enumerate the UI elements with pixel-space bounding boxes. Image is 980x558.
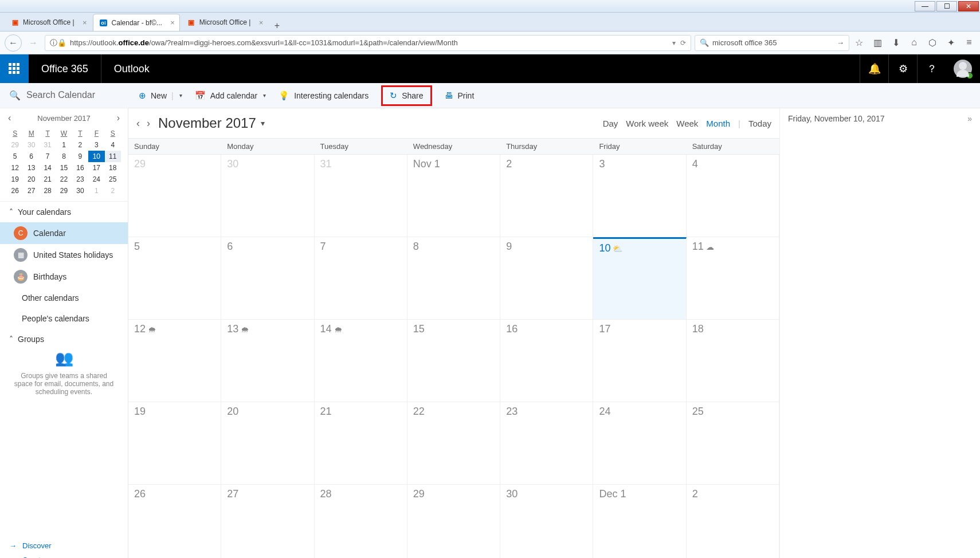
day-cell[interactable]: 2	[500, 155, 593, 237]
app-launcher-button[interactable]	[0, 54, 29, 83]
o365-brand[interactable]: Office 365	[29, 54, 101, 83]
browser-search-box[interactable]: 🔍 microsoft office 365 →	[695, 35, 849, 51]
day-cell[interactable]: 15	[407, 320, 500, 402]
expand-icon[interactable]: »	[967, 114, 972, 123]
day-cell[interactable]: 23	[500, 402, 593, 485]
day-cell[interactable]: 28	[315, 485, 407, 558]
calendar-item[interactable]: CCalendar	[0, 222, 128, 244]
mini-day[interactable]: 14	[40, 162, 56, 174]
add-calendar-button[interactable]: 📅 Add calendar ▾	[195, 91, 266, 101]
home-icon[interactable]: ⌂	[908, 37, 920, 48]
chevron-down-icon[interactable]: ▾	[263, 92, 266, 99]
day-cell[interactable]: 24	[593, 402, 686, 485]
view-month[interactable]: Month	[706, 119, 730, 128]
browser-tab[interactable]: o⁝Calendar - bf©...×	[93, 14, 180, 31]
mini-day[interactable]: 2	[72, 139, 88, 151]
library-icon[interactable]: ▥	[871, 37, 884, 48]
new-tab-button[interactable]: +	[269, 21, 285, 31]
mini-day[interactable]: 4	[105, 139, 121, 151]
view-today[interactable]: Today	[748, 119, 771, 128]
menu-icon[interactable]: ≡	[963, 37, 975, 48]
mini-day[interactable]: 12	[7, 162, 23, 174]
day-cell[interactable]: Dec 1	[593, 485, 686, 558]
chevron-down-icon[interactable]: ▾	[261, 119, 265, 128]
calendar-title[interactable]: November 2017▾	[158, 115, 265, 131]
bookmark-star-icon[interactable]: ☆	[853, 37, 865, 48]
notifications-icon[interactable]: 🔔	[860, 54, 888, 83]
day-cell[interactable]: 20	[221, 402, 314, 485]
prev-month-button[interactable]: ‹	[136, 117, 140, 129]
mini-day[interactable]: 3	[88, 139, 104, 151]
day-cell[interactable]: 30	[221, 155, 314, 237]
day-cell[interactable]: Nov 1	[407, 155, 500, 237]
browser-tab[interactable]: ▣Microsoft Office |×	[181, 14, 268, 31]
day-cell[interactable]: 4	[687, 155, 779, 237]
calendar-item[interactable]: 🎂Birthdays	[0, 266, 128, 288]
reload-icon[interactable]: ⟳	[680, 39, 686, 47]
help-icon[interactable]: ？	[917, 54, 946, 83]
day-cell[interactable]: 14🌧	[315, 320, 407, 402]
mini-day[interactable]: 9	[72, 151, 88, 162]
mini-day[interactable]: 29	[7, 139, 23, 151]
mini-calendar-title[interactable]: November 2017	[37, 114, 91, 123]
mini-day[interactable]: 16	[72, 162, 88, 174]
mini-day[interactable]: 30	[23, 139, 39, 151]
share-button[interactable]: ↻ Share	[381, 85, 432, 106]
discover-link[interactable]: →Discover	[0, 539, 128, 552]
view-day[interactable]: Day	[603, 119, 618, 128]
mini-day[interactable]: 18	[105, 162, 121, 174]
mini-day[interactable]: 26	[7, 185, 23, 197]
day-cell[interactable]: 3	[593, 155, 686, 237]
nav-back-button[interactable]: ←	[5, 34, 22, 52]
day-cell[interactable]: 18	[687, 320, 779, 402]
mini-day[interactable]: 21	[40, 174, 56, 185]
mini-day[interactable]: 30	[72, 185, 88, 197]
day-cell[interactable]: 22	[407, 402, 500, 485]
mini-day[interactable]: 25	[105, 174, 121, 185]
mini-day[interactable]: 22	[56, 174, 72, 185]
day-cell[interactable]: 29	[128, 155, 221, 237]
mini-day[interactable]: 15	[56, 162, 72, 174]
calendar-item[interactable]: ▦United States holidays	[0, 244, 128, 266]
day-cell[interactable]: 29	[407, 485, 500, 558]
create-link[interactable]: ＋Create	[0, 552, 128, 558]
print-button[interactable]: 🖶 Print	[445, 91, 475, 100]
day-cell[interactable]: 6	[221, 237, 314, 320]
day-cell[interactable]: 19	[128, 402, 221, 485]
url-bar[interactable]: ⓘ 🔒 https://outlook.office.de/owa/?realm…	[45, 35, 691, 51]
mini-day[interactable]: 7	[40, 151, 56, 162]
search-calendar-input[interactable]: 🔍 Search Calendar	[0, 83, 128, 108]
day-cell[interactable]: 27	[221, 485, 314, 558]
day-cell[interactable]: 2	[687, 485, 779, 558]
day-cell[interactable]: 21	[315, 402, 407, 485]
tab-close-icon[interactable]: ×	[83, 18, 87, 27]
day-cell[interactable]: 7	[315, 237, 407, 320]
tab-close-icon[interactable]: ×	[170, 18, 175, 27]
view-work-week[interactable]: Work week	[626, 119, 668, 128]
browser-tab[interactable]: ▣Microsoft Office |×	[5, 14, 92, 31]
mini-day[interactable]: 31	[40, 139, 56, 151]
nav-forward-button[interactable]: →	[25, 35, 41, 51]
window-close-button[interactable]: ✕	[958, 1, 979, 11]
mini-day[interactable]: 13	[23, 162, 39, 174]
dropdown-icon[interactable]: ▾	[672, 39, 676, 47]
mini-day[interactable]: 23	[72, 174, 88, 185]
mini-day[interactable]: 1	[88, 185, 104, 197]
view-week[interactable]: Week	[676, 119, 698, 128]
day-cell[interactable]: 12🌧	[128, 320, 221, 402]
mini-day[interactable]: 29	[56, 185, 72, 197]
day-cell[interactable]: 10⛅	[593, 237, 686, 320]
tab-close-icon[interactable]: ×	[259, 18, 264, 27]
mini-prev-button[interactable]: ‹	[8, 113, 11, 123]
chevron-down-icon[interactable]: ▾	[179, 92, 182, 99]
settings-gear-icon[interactable]: ⚙	[888, 54, 917, 83]
mini-day[interactable]: 27	[23, 185, 39, 197]
go-icon[interactable]: →	[837, 38, 844, 47]
mini-day[interactable]: 5	[7, 151, 23, 162]
mini-day[interactable]: 28	[40, 185, 56, 197]
mini-day[interactable]: 11	[105, 151, 121, 162]
downloads-icon[interactable]: ⬇	[889, 37, 902, 48]
interesting-calendars-button[interactable]: 💡 Interesting calendars	[279, 91, 369, 101]
mini-day[interactable]: 17	[88, 162, 104, 174]
other-calendars-header[interactable]: Other calendars	[0, 288, 128, 308]
